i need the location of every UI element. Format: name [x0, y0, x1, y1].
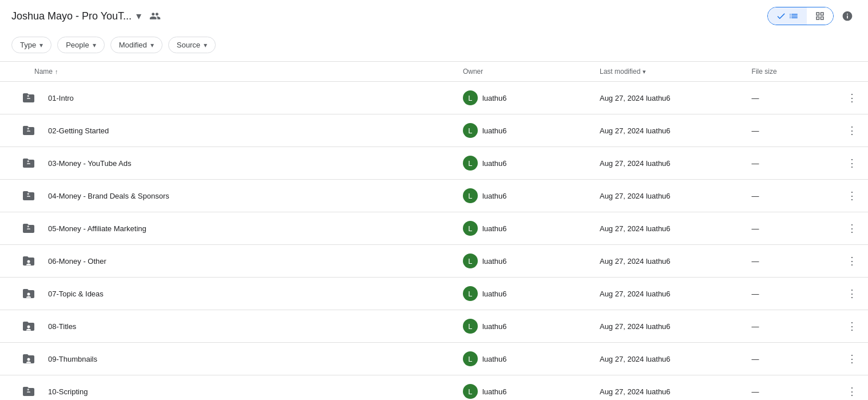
modified-sort-arrow-icon: ▾: [643, 68, 646, 76]
file-name[interactable]: 08-Titles: [48, 322, 76, 331]
people-filter-label: People: [66, 41, 89, 49]
table-row: 02-Getting Started L luathu6 Aug 27, 202…: [0, 114, 868, 147]
table-header: Name ↑ Owner Last modified ▾ File size: [0, 62, 868, 82]
folder-icon: [18, 283, 39, 304]
table-row: 04-Money - Brand Deals & Sponsors L luat…: [0, 180, 868, 212]
folder-icon: [18, 348, 39, 369]
file-name[interactable]: 10-Scripting: [48, 387, 88, 396]
table-row: 05-Money - Affiliate Marketing L luathu6…: [0, 212, 868, 245]
row-actions-button[interactable]: ⋮: [843, 219, 861, 237]
folder-icon: [18, 120, 39, 141]
owner-cell: L luathu6: [463, 384, 586, 399]
folder-icon: [18, 185, 39, 206]
title-dropdown-icon[interactable]: ▾: [136, 10, 141, 22]
file-name[interactable]: 03-Money - YouTube Ads: [48, 159, 132, 168]
row-actions-button[interactable]: ⋮: [843, 382, 861, 400]
view-toggle: [767, 7, 834, 25]
owner-name: luathu6: [482, 126, 507, 135]
row-actions-button[interactable]: ⋮: [843, 317, 861, 335]
file-size: —: [752, 322, 759, 331]
avatar: L: [463, 286, 478, 301]
source-filter-label: Source: [177, 41, 200, 49]
owner-name: luathu6: [482, 290, 507, 298]
owner-name: luathu6: [482, 322, 507, 331]
column-last-modified[interactable]: Last modified ▾: [593, 62, 745, 82]
avatar: L: [463, 156, 478, 171]
file-size: —: [752, 224, 759, 233]
folder-icon: [18, 218, 39, 239]
row-actions-button[interactable]: ⋮: [843, 187, 861, 205]
file-table: Name ↑ Owner Last modified ▾ File size: [0, 61, 868, 400]
row-actions-button[interactable]: ⋮: [843, 121, 861, 140]
table-row: 08-Titles L luathu6 Aug 27, 2024 luathu6…: [0, 310, 868, 343]
owner-cell: L luathu6: [463, 351, 586, 366]
modified-date: Aug 27, 2024 luathu6: [600, 355, 671, 363]
info-button[interactable]: [838, 7, 857, 25]
row-actions-button[interactable]: ⋮: [843, 154, 861, 172]
avatar: L: [463, 254, 478, 268]
shared-people-icon[interactable]: [146, 7, 164, 25]
column-actions: [836, 62, 868, 82]
file-name[interactable]: 07-Topic & Ideas: [48, 290, 104, 298]
column-file-size: File size: [745, 62, 836, 82]
file-size: —: [752, 387, 759, 396]
avatar: L: [463, 351, 478, 366]
owner-cell: L luathu6: [463, 123, 586, 138]
avatar: L: [463, 221, 478, 236]
people-filter-button[interactable]: People ▾: [57, 37, 104, 53]
owner-name: luathu6: [482, 387, 507, 396]
grid-view-button[interactable]: [807, 7, 833, 25]
row-actions-button[interactable]: ⋮: [843, 252, 861, 270]
modified-date: Aug 27, 2024 luathu6: [600, 126, 671, 135]
header: Joshua Mayo - Pro YouT... ▾: [0, 0, 868, 31]
modified-date: Aug 27, 2024 luathu6: [600, 192, 671, 200]
file-name[interactable]: 05-Money - Affiliate Marketing: [48, 224, 146, 233]
column-owner: Owner: [456, 62, 593, 82]
row-actions-button[interactable]: ⋮: [843, 350, 861, 368]
owner-cell: L luathu6: [463, 254, 586, 268]
svg-point-3: [27, 358, 30, 361]
modified-date: Aug 27, 2024 luathu6: [600, 290, 671, 298]
file-size: —: [752, 159, 759, 168]
file-name[interactable]: 06-Money - Other: [48, 257, 106, 266]
page-title: Joshua Mayo - Pro YouT...: [11, 10, 132, 22]
avatar: L: [463, 384, 478, 399]
type-filter-chevron-icon: ▾: [39, 41, 43, 49]
file-size: —: [752, 94, 759, 102]
owner-name: luathu6: [482, 94, 507, 102]
row-actions-button[interactable]: ⋮: [843, 284, 861, 303]
modified-date: Aug 27, 2024 luathu6: [600, 159, 671, 168]
owner-name: luathu6: [482, 224, 507, 233]
avatar: L: [463, 90, 478, 105]
file-size: —: [752, 355, 759, 363]
file-name[interactable]: 02-Getting Started: [48, 126, 109, 135]
avatar: L: [463, 319, 478, 334]
modified-date: Aug 27, 2024 luathu6: [600, 257, 671, 266]
file-size: —: [752, 192, 759, 200]
avatar: L: [463, 188, 478, 203]
source-filter-button[interactable]: Source ▾: [168, 37, 216, 53]
file-name[interactable]: 04-Money - Brand Deals & Sponsors: [48, 192, 169, 200]
avatar: L: [463, 123, 478, 138]
owner-name: luathu6: [482, 192, 507, 200]
filter-bar: Type ▾ People ▾ Modified ▾ Source ▾: [0, 31, 868, 61]
owner-cell: L luathu6: [463, 156, 586, 171]
list-view-button[interactable]: [768, 7, 807, 25]
file-name[interactable]: 01-Intro: [48, 94, 74, 102]
file-table-body: 01-Intro L luathu6 Aug 27, 2024 luathu6 …: [0, 82, 868, 401]
type-filter-button[interactable]: Type ▾: [11, 37, 51, 53]
row-actions-button[interactable]: ⋮: [843, 89, 861, 107]
owner-name: luathu6: [482, 257, 507, 266]
owner-cell: L luathu6: [463, 188, 586, 203]
table-row: 01-Intro L luathu6 Aug 27, 2024 luathu6 …: [0, 82, 868, 114]
modified-filter-button[interactable]: Modified ▾: [110, 37, 162, 53]
owner-cell: L luathu6: [463, 286, 586, 301]
column-name[interactable]: Name ↑: [0, 62, 456, 82]
name-sort-arrow-icon: ↑: [55, 68, 58, 75]
file-name[interactable]: 09-Thumbnails: [48, 355, 97, 363]
modified-date: Aug 27, 2024 luathu6: [600, 224, 671, 233]
list-icon: [788, 11, 799, 21]
grid-icon: [815, 11, 825, 21]
file-size: —: [752, 126, 759, 135]
svg-point-1: [27, 293, 30, 296]
